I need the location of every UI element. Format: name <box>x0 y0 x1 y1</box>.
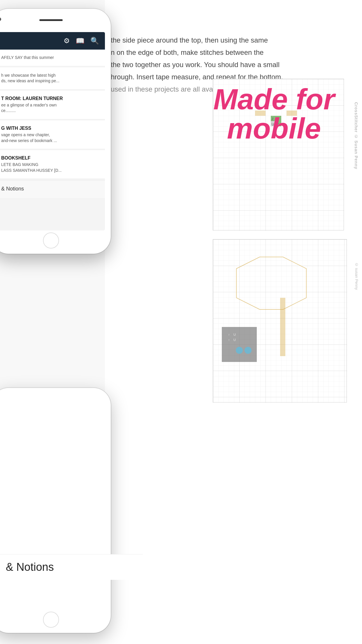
svg-point-18 <box>245 347 252 354</box>
phone-screen-1: ⚙ 📖 🔍 AFELY SAY that this summer h we sh… <box>0 32 105 230</box>
settings-icon[interactable]: ⚙ <box>64 37 70 45</box>
notions-label: & Notions <box>1 186 101 192</box>
svg-rect-16 <box>222 327 257 362</box>
phone-device-2 <box>0 388 114 639</box>
notions-section: & Notions <box>0 554 143 580</box>
list-item[interactable]: T ROOM: LAUREN TURNER ee a glimpse of a … <box>0 91 105 119</box>
home-button-2[interactable] <box>43 612 59 628</box>
list-item[interactable]: h we showcase the latest high ds, new id… <box>0 67 105 90</box>
svg-text:U: U <box>233 333 236 336</box>
crossstitcher-watermark-top: CrossStitcher © Susan Penny <box>350 102 359 169</box>
notions-text: & Notions <box>6 561 54 573</box>
magazine-page: the side piece around the top, then usin… <box>105 0 362 644</box>
svg-point-17 <box>236 347 243 354</box>
made-for-mobile-text: Made for mobile <box>213 85 335 143</box>
item-subtitle-3: ee a glimpse of a reader's own ce.......… <box>1 102 101 114</box>
item-title-3: T ROOM: LAUREN TURNER <box>1 96 101 101</box>
phone-body-1: ⚙ 📖 🔍 AFELY SAY that this summer h we sh… <box>0 9 111 254</box>
list-item[interactable]: BOOKSHELF LETE BAG MAKING LASS SAMANTHA … <box>0 150 105 179</box>
search-icon[interactable]: 🔍 <box>90 37 99 45</box>
svg-text:↑: ↑ <box>228 338 230 342</box>
home-button[interactable] <box>43 232 59 249</box>
item-subtitle-1: AFELY SAY that this summer <box>1 55 101 61</box>
phone-body-2 <box>0 388 111 633</box>
item-title-4: G WITH JESS <box>1 126 101 131</box>
phone-device-1: ⚙ 📖 🔍 AFELY SAY that this summer h we sh… <box>0 9 114 260</box>
item-subtitle-2: h we showcase the latest high ds, new id… <box>1 73 101 84</box>
svg-text:↑: ↑ <box>228 333 230 336</box>
phone-content-list: AFELY SAY that this summer h we showcase… <box>0 50 105 230</box>
list-item[interactable]: G WITH JESS vage opens a new chapter, an… <box>0 120 105 149</box>
item-title-5: BOOKSHELF <box>1 155 101 161</box>
svg-rect-19 <box>280 298 285 356</box>
cross-stitch-chart-bottom: ↑ U ↑ U <box>213 239 347 402</box>
list-item[interactable]: AFELY SAY that this summer <box>0 50 105 66</box>
phone-nav-bar: ⚙ 📖 🔍 <box>0 32 105 50</box>
crossstitcher-watermark-bottom: © susan Penny <box>350 262 359 290</box>
svg-text:U: U <box>233 338 236 342</box>
book-icon[interactable]: 📖 <box>76 37 85 45</box>
item-subtitle-5: LETE BAG MAKING LASS SAMANTHA HUSSEY [D.… <box>1 162 101 173</box>
phone-camera <box>0 18 1 21</box>
chart-svg-bottom: ↑ U ↑ U <box>213 239 347 403</box>
item-subtitle-4: vage opens a new chapter, and-new series… <box>1 132 101 144</box>
list-item-notions[interactable]: & Notions <box>0 180 105 199</box>
phone-speaker <box>39 19 63 21</box>
